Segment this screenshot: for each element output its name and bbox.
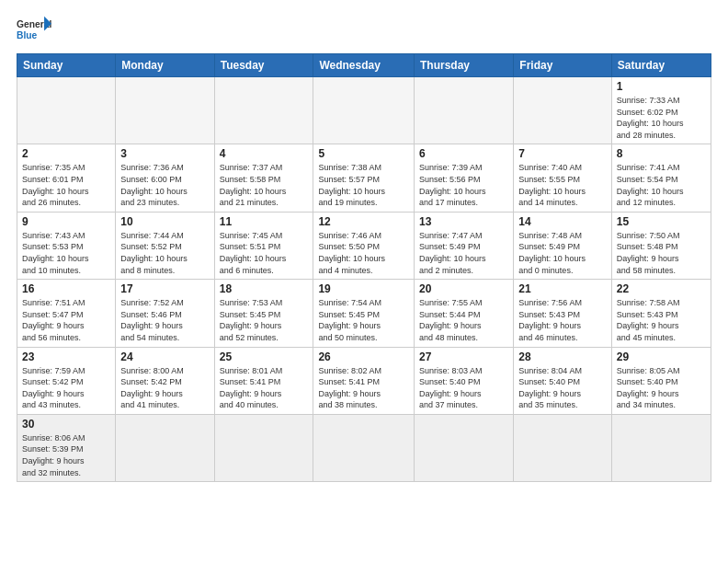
day-info: Sunrise: 7:59 AM Sunset: 5:42 PM Dayligh… — [22, 365, 110, 411]
calendar-cell: 23Sunrise: 7:59 AM Sunset: 5:42 PM Dayli… — [17, 347, 116, 414]
calendar-cell: 1Sunrise: 7:33 AM Sunset: 6:02 PM Daylig… — [611, 77, 711, 144]
calendar-cell: 4Sunrise: 7:37 AM Sunset: 5:58 PM Daylig… — [214, 144, 313, 212]
day-info: Sunrise: 7:41 AM Sunset: 5:54 PM Dayligh… — [617, 162, 706, 208]
day-number: 25 — [220, 350, 309, 363]
day-info: Sunrise: 8:04 AM Sunset: 5:40 PM Dayligh… — [518, 365, 607, 411]
day-number: 20 — [419, 282, 508, 295]
day-number: 10 — [120, 215, 209, 228]
day-number: 29 — [617, 350, 706, 363]
weekday-header-monday: Monday — [116, 54, 214, 77]
day-info: Sunrise: 7:55 AM Sunset: 5:44 PM Dayligh… — [419, 297, 508, 343]
day-info: Sunrise: 8:03 AM Sunset: 5:40 PM Dayligh… — [419, 365, 508, 411]
day-info: Sunrise: 7:33 AM Sunset: 6:02 PM Dayligh… — [617, 95, 706, 141]
day-info: Sunrise: 8:01 AM Sunset: 5:41 PM Dayligh… — [220, 365, 309, 411]
day-info: Sunrise: 7:58 AM Sunset: 5:43 PM Dayligh… — [617, 297, 706, 343]
day-number: 28 — [518, 350, 607, 363]
calendar-cell — [514, 77, 612, 144]
calendar-cell — [415, 77, 514, 144]
day-info: Sunrise: 7:40 AM Sunset: 5:55 PM Dayligh… — [518, 162, 607, 208]
day-number: 6 — [419, 147, 508, 160]
day-info: Sunrise: 8:06 AM Sunset: 5:39 PM Dayligh… — [22, 432, 110, 478]
day-number: 24 — [120, 350, 209, 363]
calendar-cell: 10Sunrise: 7:44 AM Sunset: 5:52 PM Dayli… — [116, 212, 214, 279]
day-number: 17 — [120, 282, 209, 295]
day-number: 12 — [318, 215, 409, 228]
day-info: Sunrise: 7:48 AM Sunset: 5:49 PM Dayligh… — [518, 230, 607, 276]
calendar-cell — [214, 77, 313, 144]
calendar-cell: 14Sunrise: 7:48 AM Sunset: 5:49 PM Dayli… — [514, 212, 612, 279]
weekday-header-friday: Friday — [514, 54, 612, 77]
calendar-cell — [313, 414, 415, 481]
day-number: 23 — [22, 350, 110, 363]
calendar-cell — [514, 414, 612, 481]
calendar-cell: 3Sunrise: 7:36 AM Sunset: 6:00 PM Daylig… — [116, 144, 214, 212]
calendar-cell: 13Sunrise: 7:47 AM Sunset: 5:49 PM Dayli… — [415, 212, 514, 279]
calendar: SundayMondayTuesdayWednesdayThursdayFrid… — [17, 53, 711, 482]
calendar-cell: 9Sunrise: 7:43 AM Sunset: 5:53 PM Daylig… — [17, 212, 116, 279]
calendar-cell: 24Sunrise: 8:00 AM Sunset: 5:42 PM Dayli… — [116, 347, 214, 414]
calendar-cell: 21Sunrise: 7:56 AM Sunset: 5:43 PM Dayli… — [514, 280, 612, 347]
day-number: 19 — [318, 282, 409, 295]
calendar-cell: 15Sunrise: 7:50 AM Sunset: 5:48 PM Dayli… — [611, 212, 711, 279]
weekday-header-thursday: Thursday — [415, 54, 514, 77]
day-info: Sunrise: 7:53 AM Sunset: 5:45 PM Dayligh… — [220, 297, 309, 343]
day-number: 27 — [419, 350, 508, 363]
calendar-cell — [116, 77, 214, 144]
calendar-cell: 18Sunrise: 7:53 AM Sunset: 5:45 PM Dayli… — [214, 280, 313, 347]
day-number: 8 — [617, 147, 706, 160]
calendar-cell — [415, 414, 514, 481]
calendar-cell: 20Sunrise: 7:55 AM Sunset: 5:44 PM Dayli… — [415, 280, 514, 347]
day-number: 30 — [22, 418, 110, 431]
day-number: 15 — [617, 215, 706, 228]
day-info: Sunrise: 8:02 AM Sunset: 5:41 PM Dayligh… — [318, 365, 409, 411]
weekday-header-saturday: Saturday — [611, 54, 711, 77]
calendar-cell: 2Sunrise: 7:35 AM Sunset: 6:01 PM Daylig… — [17, 144, 116, 212]
day-number: 9 — [22, 215, 110, 228]
calendar-cell: 7Sunrise: 7:40 AM Sunset: 5:55 PM Daylig… — [514, 144, 612, 212]
day-number: 4 — [220, 147, 309, 160]
day-number: 18 — [220, 282, 309, 295]
day-info: Sunrise: 7:44 AM Sunset: 5:52 PM Dayligh… — [120, 230, 209, 276]
day-info: Sunrise: 7:36 AM Sunset: 6:00 PM Dayligh… — [120, 162, 209, 208]
calendar-cell — [214, 414, 313, 481]
logo: General Blue — [17, 15, 51, 44]
calendar-cell — [313, 77, 415, 144]
day-info: Sunrise: 7:35 AM Sunset: 6:01 PM Dayligh… — [22, 162, 110, 208]
day-number: 1 — [617, 80, 706, 93]
calendar-cell: 25Sunrise: 8:01 AM Sunset: 5:41 PM Dayli… — [214, 347, 313, 414]
calendar-cell: 22Sunrise: 7:58 AM Sunset: 5:43 PM Dayli… — [611, 280, 711, 347]
calendar-cell: 19Sunrise: 7:54 AM Sunset: 5:45 PM Dayli… — [313, 280, 415, 347]
calendar-cell: 11Sunrise: 7:45 AM Sunset: 5:51 PM Dayli… — [214, 212, 313, 279]
day-number: 21 — [518, 282, 607, 295]
day-info: Sunrise: 7:47 AM Sunset: 5:49 PM Dayligh… — [419, 230, 508, 276]
day-number: 5 — [318, 147, 409, 160]
day-number: 26 — [318, 350, 409, 363]
calendar-cell: 16Sunrise: 7:51 AM Sunset: 5:47 PM Dayli… — [17, 280, 116, 347]
calendar-cell — [116, 414, 214, 481]
day-info: Sunrise: 7:38 AM Sunset: 5:57 PM Dayligh… — [318, 162, 409, 208]
weekday-header-wednesday: Wednesday — [313, 54, 415, 77]
calendar-cell: 6Sunrise: 7:39 AM Sunset: 5:56 PM Daylig… — [415, 144, 514, 212]
day-info: Sunrise: 7:56 AM Sunset: 5:43 PM Dayligh… — [518, 297, 607, 343]
calendar-cell: 17Sunrise: 7:52 AM Sunset: 5:46 PM Dayli… — [116, 280, 214, 347]
day-info: Sunrise: 7:37 AM Sunset: 5:58 PM Dayligh… — [220, 162, 309, 208]
day-info: Sunrise: 7:52 AM Sunset: 5:46 PM Dayligh… — [120, 297, 209, 343]
day-info: Sunrise: 7:43 AM Sunset: 5:53 PM Dayligh… — [22, 230, 110, 276]
day-number: 16 — [22, 282, 110, 295]
day-info: Sunrise: 7:45 AM Sunset: 5:51 PM Dayligh… — [220, 230, 309, 276]
calendar-cell: 30Sunrise: 8:06 AM Sunset: 5:39 PM Dayli… — [17, 414, 116, 481]
weekday-header-sunday: Sunday — [17, 54, 116, 77]
day-number: 13 — [419, 215, 508, 228]
weekday-header-tuesday: Tuesday — [214, 54, 313, 77]
day-info: Sunrise: 8:05 AM Sunset: 5:40 PM Dayligh… — [617, 365, 706, 411]
calendar-cell: 26Sunrise: 8:02 AM Sunset: 5:41 PM Dayli… — [313, 347, 415, 414]
day-info: Sunrise: 7:54 AM Sunset: 5:45 PM Dayligh… — [318, 297, 409, 343]
day-number: 2 — [22, 147, 110, 160]
calendar-cell — [611, 414, 711, 481]
calendar-cell: 12Sunrise: 7:46 AM Sunset: 5:50 PM Dayli… — [313, 212, 415, 279]
calendar-cell: 28Sunrise: 8:04 AM Sunset: 5:40 PM Dayli… — [514, 347, 612, 414]
calendar-cell: 29Sunrise: 8:05 AM Sunset: 5:40 PM Dayli… — [611, 347, 711, 414]
calendar-cell: 27Sunrise: 8:03 AM Sunset: 5:40 PM Dayli… — [415, 347, 514, 414]
day-info: Sunrise: 7:39 AM Sunset: 5:56 PM Dayligh… — [419, 162, 508, 208]
day-info: Sunrise: 7:50 AM Sunset: 5:48 PM Dayligh… — [617, 230, 706, 276]
